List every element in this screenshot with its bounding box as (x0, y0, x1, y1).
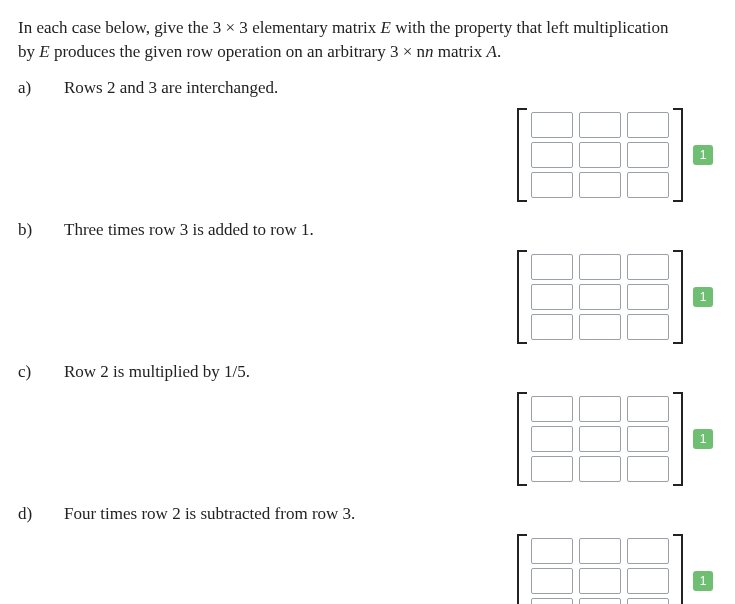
part-d: d) Four times row 2 is subtracted from r… (18, 504, 717, 604)
intro-var-E: E (39, 42, 49, 61)
points-badge: 1 (693, 571, 713, 591)
matrix-grid (527, 108, 673, 202)
bracket-right (673, 108, 683, 202)
matrix-cell-input[interactable] (531, 538, 573, 564)
part-text-b: Three times row 3 is added to row 1. (64, 220, 717, 240)
part-header: d) Four times row 2 is subtracted from r… (18, 504, 717, 524)
part-header: a) Rows 2 and 3 are interchanged. (18, 78, 717, 98)
matrix-cell-input[interactable] (579, 254, 621, 280)
matrix-cell-input[interactable] (579, 396, 621, 422)
part-text-a: Rows 2 and 3 are interchanged. (64, 78, 717, 98)
matrix-grid (527, 250, 673, 344)
intro-var-A: A (486, 42, 496, 61)
matrix-grid (527, 392, 673, 486)
matrix-grid (527, 534, 673, 604)
matrix-cell-input[interactable] (531, 172, 573, 198)
intro-dim2: 3 × n (390, 42, 425, 61)
matrix-cell-input[interactable] (579, 456, 621, 482)
matrix-cell-input[interactable] (627, 284, 669, 310)
points-badge: 1 (693, 145, 713, 165)
matrix-d (517, 534, 683, 604)
matrix-cell-input[interactable] (627, 254, 669, 280)
matrix-row-d: 1 (18, 534, 717, 604)
matrix-a (517, 108, 683, 202)
matrix-cell-input[interactable] (579, 284, 621, 310)
points-badge: 1 (693, 287, 713, 307)
part-a: a) Rows 2 and 3 are interchanged. 1 (18, 78, 717, 202)
intro-text: by (18, 42, 39, 61)
part-label-a: a) (18, 78, 36, 98)
matrix-c (517, 392, 683, 486)
matrix-cell-input[interactable] (627, 426, 669, 452)
matrix-cell-input[interactable] (579, 314, 621, 340)
matrix-cell-input[interactable] (627, 396, 669, 422)
bracket-left (517, 534, 527, 604)
bracket-left (517, 392, 527, 486)
intro-text: matrix (434, 42, 487, 61)
matrix-cell-input[interactable] (531, 568, 573, 594)
part-label-b: b) (18, 220, 36, 240)
bracket-right (673, 250, 683, 344)
intro-text: with the property that left multiplicati… (391, 18, 669, 37)
matrix-cell-input[interactable] (531, 598, 573, 604)
matrix-cell-input[interactable] (627, 112, 669, 138)
matrix-cell-input[interactable] (627, 538, 669, 564)
matrix-cell-input[interactable] (579, 568, 621, 594)
matrix-cell-input[interactable] (627, 142, 669, 168)
part-header: c) Row 2 is multiplied by 1/5. (18, 362, 717, 382)
matrix-cell-input[interactable] (579, 426, 621, 452)
matrix-cell-input[interactable] (579, 112, 621, 138)
part-c: c) Row 2 is multiplied by 1/5. 1 (18, 362, 717, 486)
matrix-cell-input[interactable] (531, 426, 573, 452)
matrix-cell-input[interactable] (531, 284, 573, 310)
matrix-cell-input[interactable] (627, 456, 669, 482)
matrix-cell-input[interactable] (579, 538, 621, 564)
bracket-left (517, 108, 527, 202)
matrix-cell-input[interactable] (627, 598, 669, 604)
part-text-d: Four times row 2 is subtracted from row … (64, 504, 717, 524)
part-label-d: d) (18, 504, 36, 524)
points-badge: 1 (693, 429, 713, 449)
matrix-row-b: 1 (18, 250, 717, 344)
bracket-left (517, 250, 527, 344)
part-b: b) Three times row 3 is added to row 1. … (18, 220, 717, 344)
matrix-cell-input[interactable] (531, 456, 573, 482)
matrix-cell-input[interactable] (579, 172, 621, 198)
matrix-cell-input[interactable] (531, 112, 573, 138)
matrix-cell-input[interactable] (627, 314, 669, 340)
part-text-c: Row 2 is multiplied by 1/5. (64, 362, 717, 382)
intro-dim: 3 × 3 (213, 18, 248, 37)
matrix-cell-input[interactable] (579, 142, 621, 168)
matrix-cell-input[interactable] (531, 314, 573, 340)
intro-text: produces the given row operation on an a… (50, 42, 390, 61)
matrix-b (517, 250, 683, 344)
matrix-cell-input[interactable] (627, 172, 669, 198)
matrix-cell-input[interactable] (531, 254, 573, 280)
bracket-right (673, 534, 683, 604)
bracket-right (673, 392, 683, 486)
matrix-cell-input[interactable] (531, 142, 573, 168)
intro-var-n: n (425, 42, 434, 61)
intro-text: . (497, 42, 501, 61)
matrix-row-a: 1 (18, 108, 717, 202)
matrix-row-c: 1 (18, 392, 717, 486)
intro-text: elementary matrix (248, 18, 381, 37)
intro-var-E: E (381, 18, 391, 37)
part-label-c: c) (18, 362, 36, 382)
matrix-cell-input[interactable] (531, 396, 573, 422)
part-header: b) Three times row 3 is added to row 1. (18, 220, 717, 240)
matrix-cell-input[interactable] (627, 568, 669, 594)
question-intro: In each case below, give the 3 × 3 eleme… (18, 16, 717, 64)
matrix-cell-input[interactable] (579, 598, 621, 604)
intro-text: In each case below, give the (18, 18, 213, 37)
